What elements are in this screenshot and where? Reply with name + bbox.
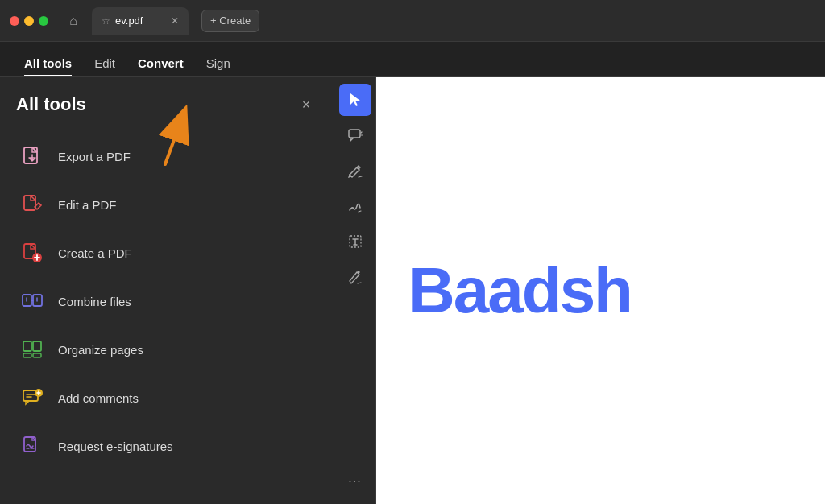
close-traffic-light[interactable] bbox=[10, 16, 19, 26]
svg-rect-13 bbox=[349, 130, 360, 138]
pdf-text-content: Baadsh bbox=[408, 254, 632, 328]
request-signatures-icon bbox=[19, 433, 45, 459]
main-area: All tools × Export a PDF bbox=[0, 77, 825, 504]
tool-item-edit-pdf[interactable]: Edit a PDF bbox=[0, 180, 334, 229]
menu-item-convert[interactable]: Convert bbox=[126, 50, 195, 76]
select-tool-button[interactable] bbox=[339, 84, 371, 116]
menu-bar: All tools Edit Convert Sign bbox=[0, 42, 825, 77]
create-pdf-icon bbox=[19, 240, 45, 266]
pencil-tool-button[interactable] bbox=[339, 155, 371, 187]
tool-label-signatures: Request e-signatures bbox=[58, 440, 173, 453]
tool-item-combine[interactable]: Combine files bbox=[0, 277, 334, 325]
tab-star-icon: ☆ bbox=[102, 15, 110, 27]
tool-item-export[interactable]: Export a PDF bbox=[0, 132, 334, 180]
stamp-tool-button[interactable] bbox=[339, 261, 371, 293]
more-tools-button[interactable]: ··· bbox=[339, 465, 371, 498]
maximize-traffic-light[interactable] bbox=[39, 16, 48, 26]
traffic-lights bbox=[10, 16, 48, 26]
tool-item-organize[interactable]: Organize pages bbox=[0, 325, 334, 374]
svg-rect-8 bbox=[23, 353, 31, 357]
tool-item-signatures[interactable]: Request e-signatures bbox=[0, 422, 334, 470]
menu-item-all-tools[interactable]: All tools bbox=[13, 50, 83, 76]
panel-header: All tools × bbox=[0, 77, 334, 129]
title-bar: ⌂ ☆ ev.pdf ✕ + Create bbox=[0, 0, 825, 42]
tools-list: Export a PDF Edit a PDF bbox=[0, 129, 334, 504]
sidebar-panel: All tools × Export a PDF bbox=[0, 77, 334, 504]
tab-title: ev.pdf bbox=[115, 14, 143, 27]
tool-label-comments: Add comments bbox=[58, 391, 139, 405]
new-tab-button[interactable]: + Create bbox=[201, 10, 259, 32]
tool-label-organize: Organize pages bbox=[58, 343, 143, 357]
add-comments-icon bbox=[19, 385, 45, 411]
minimize-traffic-light[interactable] bbox=[24, 16, 34, 26]
svg-rect-6 bbox=[23, 341, 31, 351]
tool-label-edit-pdf: Edit a PDF bbox=[58, 198, 117, 212]
tab-close-icon[interactable]: ✕ bbox=[171, 15, 179, 27]
pdf-content-area: Baadsh bbox=[376, 77, 825, 504]
organize-pages-icon bbox=[19, 337, 45, 362]
right-toolbar: ··· bbox=[334, 77, 376, 504]
tool-label-export: Export a PDF bbox=[58, 150, 131, 163]
tool-label-combine: Combine files bbox=[58, 295, 131, 308]
comment-tool-button[interactable] bbox=[339, 119, 371, 151]
panel-title: All tools bbox=[16, 94, 86, 115]
tool-item-create-pdf[interactable]: Create a PDF bbox=[0, 229, 334, 277]
text-tool-button[interactable] bbox=[339, 225, 371, 258]
edit-pdf-icon bbox=[19, 192, 45, 217]
menu-item-edit[interactable]: Edit bbox=[83, 50, 126, 76]
export-pdf-icon bbox=[19, 143, 45, 169]
home-button[interactable]: ⌂ bbox=[61, 9, 85, 33]
panel-close-button[interactable]: × bbox=[295, 93, 317, 116]
tool-label-create-pdf: Create a PDF bbox=[58, 246, 132, 260]
pdf-page: Baadsh bbox=[376, 77, 825, 504]
svg-rect-7 bbox=[33, 341, 41, 351]
svg-rect-1 bbox=[24, 196, 35, 210]
menu-item-sign[interactable]: Sign bbox=[195, 50, 242, 76]
tab-ev-pdf[interactable]: ☆ ev.pdf ✕ bbox=[92, 7, 189, 35]
signature-tool-button[interactable] bbox=[339, 190, 371, 222]
svg-rect-9 bbox=[33, 353, 41, 357]
tool-item-comments[interactable]: Add comments bbox=[0, 374, 334, 422]
combine-files-icon bbox=[19, 288, 45, 314]
